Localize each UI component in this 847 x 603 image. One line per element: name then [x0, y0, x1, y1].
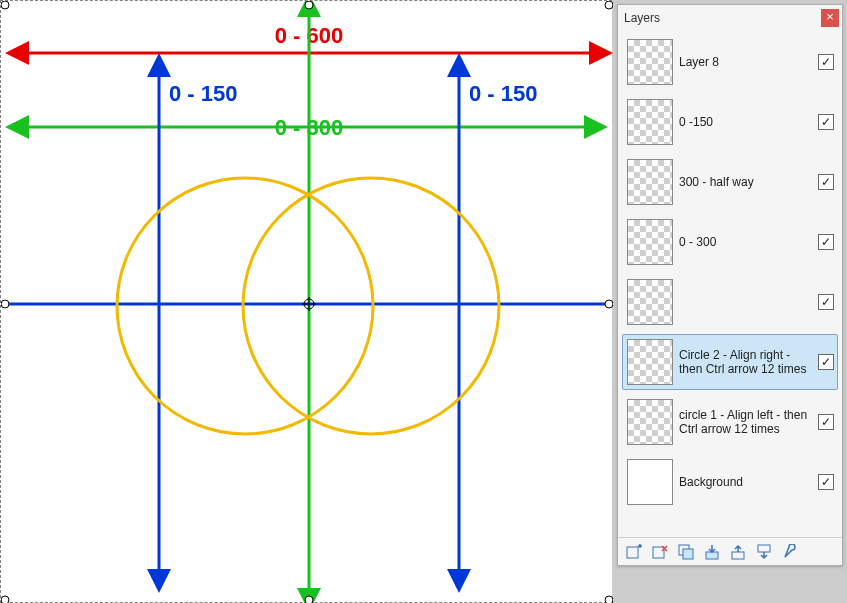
svg-point-5: [605, 1, 613, 9]
svg-rect-16: [732, 552, 744, 559]
visibility-checkbox[interactable]: [818, 114, 834, 130]
visibility-checkbox[interactable]: [818, 174, 834, 190]
svg-rect-17: [758, 545, 770, 552]
panel-header: Layers ×: [618, 5, 842, 30]
svg-rect-14: [683, 549, 693, 559]
layer-row[interactable]: Layer 8: [622, 34, 838, 90]
canvas-area[interactable]: 0 - 600 0 - 300 0 - 150 0 - 150: [0, 0, 612, 603]
layer-name: circle 1 - Align left - then Ctrl arrow …: [673, 408, 818, 437]
layer-row[interactable]: 0 - 300: [622, 214, 838, 270]
svg-rect-11: [627, 547, 638, 558]
center-marker: [302, 297, 316, 311]
svg-point-10: [605, 596, 613, 603]
label-0-300: 0 - 300: [275, 115, 344, 140]
layers-list[interactable]: Layer 80 -150300 - half way0 - 300Circle…: [618, 30, 842, 537]
properties-button[interactable]: [780, 542, 800, 562]
layer-row[interactable]: 0 -150: [622, 94, 838, 150]
layer-row[interactable]: Background: [622, 454, 838, 510]
move-up-button[interactable]: [728, 542, 748, 562]
svg-rect-12: [653, 547, 664, 558]
layer-name: Circle 2 - Align right - then Ctrl arrow…: [673, 348, 818, 377]
layer-thumbnail: [627, 399, 673, 445]
svg-point-0: [304, 299, 314, 309]
visibility-checkbox[interactable]: [818, 54, 834, 70]
layer-thumbnail: [627, 339, 673, 385]
move-down-button[interactable]: [754, 542, 774, 562]
label-0-600: 0 - 600: [275, 23, 344, 48]
add-layer-button[interactable]: [624, 542, 644, 562]
close-button[interactable]: ×: [821, 9, 839, 27]
layers-toolbar: [618, 537, 842, 565]
layer-thumbnail: [627, 219, 673, 265]
svg-point-3: [1, 1, 9, 9]
layer-name: Background: [673, 475, 818, 489]
circle-1: [117, 178, 373, 434]
visibility-checkbox[interactable]: [818, 354, 834, 370]
layer-row[interactable]: Circle 2 - Align right - then Ctrl arrow…: [622, 334, 838, 390]
layer-thumbnail: [627, 459, 673, 505]
canvas-svg: 0 - 600 0 - 300 0 - 150 0 - 150: [1, 1, 613, 603]
layer-thumbnail: [627, 279, 673, 325]
svg-point-7: [605, 300, 613, 308]
svg-point-4: [305, 1, 313, 9]
merge-down-button[interactable]: [702, 542, 722, 562]
layer-thumbnail: [627, 99, 673, 145]
label-0-150-left: 0 - 150: [169, 81, 238, 106]
duplicate-layer-button[interactable]: [676, 542, 696, 562]
layer-row[interactable]: [622, 274, 838, 330]
circle-2: [243, 178, 499, 434]
layer-row[interactable]: circle 1 - Align left - then Ctrl arrow …: [622, 394, 838, 450]
layer-name: Layer 8: [673, 55, 818, 69]
selection-handles[interactable]: [1, 1, 613, 603]
layer-thumbnail: [627, 159, 673, 205]
delete-layer-button[interactable]: [650, 542, 670, 562]
svg-point-8: [1, 596, 9, 603]
visibility-checkbox[interactable]: [818, 414, 834, 430]
layer-thumbnail: [627, 39, 673, 85]
panel-title: Layers: [624, 11, 821, 25]
layer-name: 0 -150: [673, 115, 818, 129]
layer-name: 0 - 300: [673, 235, 818, 249]
svg-point-9: [305, 596, 313, 603]
layer-name: 300 - half way: [673, 175, 818, 189]
svg-point-6: [1, 300, 9, 308]
layer-row[interactable]: 300 - half way: [622, 154, 838, 210]
label-0-150-right: 0 - 150: [469, 81, 538, 106]
layers-panel: Layers × Layer 80 -150300 - half way0 - …: [617, 4, 843, 566]
visibility-checkbox[interactable]: [818, 474, 834, 490]
visibility-checkbox[interactable]: [818, 234, 834, 250]
visibility-checkbox[interactable]: [818, 294, 834, 310]
